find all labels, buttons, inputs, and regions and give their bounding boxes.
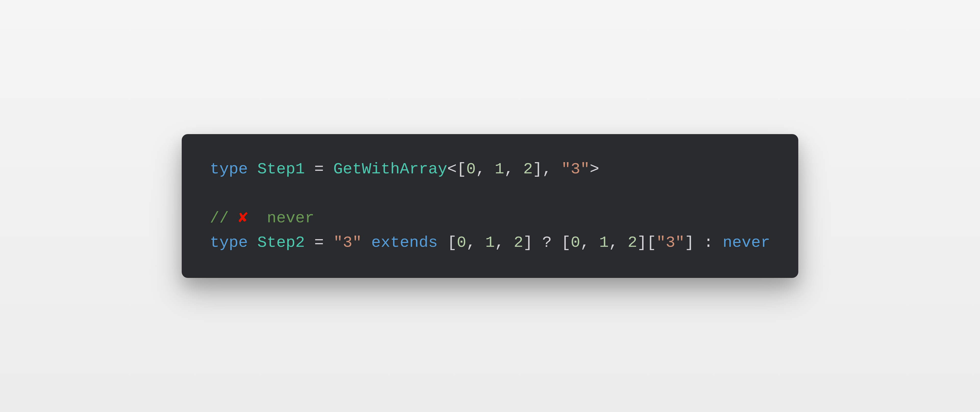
code-token: "3" — [333, 233, 362, 252]
code-token: , — [580, 233, 599, 252]
code-token: = — [305, 160, 333, 178]
code-token: never — [723, 233, 770, 252]
code-token — [248, 233, 257, 252]
code-token: 1 — [495, 160, 504, 178]
code-token: > — [590, 160, 599, 178]
code-token: Step2 — [257, 233, 305, 252]
code-token: 1 — [599, 233, 609, 252]
code-token: 2 — [514, 233, 523, 252]
code-token: [ — [438, 233, 457, 252]
code-token: GetWithArray — [333, 160, 447, 178]
code-line: type Step2 = "3" extends [0, 1, 2] ? [0,… — [210, 230, 770, 255]
code-token: , — [609, 233, 628, 252]
code-token: // — [210, 209, 239, 227]
code-token: <[ — [447, 160, 466, 178]
code-line: type Step1 = GetWithArray<[0, 1, 2], "3"… — [210, 157, 770, 182]
code-token: never — [248, 209, 314, 227]
code-token: ] : — [685, 233, 723, 252]
code-token: ][ — [637, 233, 656, 252]
code-token: extends — [371, 233, 438, 252]
code-token: "3" — [656, 233, 685, 252]
code-token: 2 — [628, 233, 637, 252]
code-token: , — [466, 233, 485, 252]
code-token: 0 — [571, 233, 580, 252]
code-token: ], — [533, 160, 561, 178]
code-token: "3" — [561, 160, 590, 178]
code-token: 0 — [466, 160, 476, 178]
code-line: // ✘ never — [210, 206, 770, 230]
code-token: ] ? [ — [523, 233, 571, 252]
code-token: , — [495, 233, 514, 252]
code-token: ✘ — [239, 209, 248, 227]
code-token: 0 — [457, 233, 466, 252]
code-token — [248, 160, 257, 178]
code-token: type — [210, 233, 248, 252]
code-line — [210, 182, 770, 206]
code-token: Step1 — [257, 160, 305, 178]
code-token — [362, 233, 371, 252]
code-token: = — [305, 233, 333, 252]
code-token: 1 — [485, 233, 495, 252]
code-token: , — [504, 160, 523, 178]
code-block: type Step1 = GetWithArray<[0, 1, 2], "3"… — [182, 134, 798, 278]
code-token: type — [210, 160, 248, 178]
code-token: , — [476, 160, 495, 178]
code-token: 2 — [523, 160, 533, 178]
